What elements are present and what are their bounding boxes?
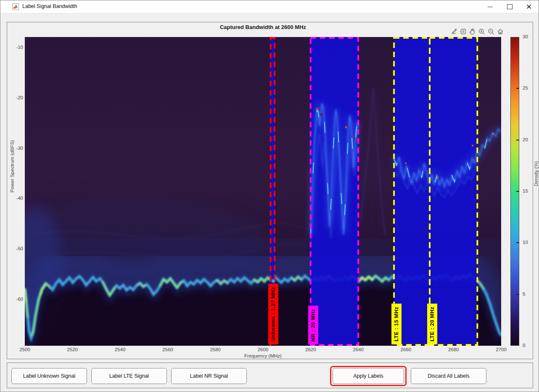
colorbar-tick-mark bbox=[516, 140, 519, 140]
colorbar-tick-label: 15 bbox=[523, 188, 535, 193]
colorbar-tick-label: 30 bbox=[523, 34, 535, 39]
colorbar-tick-label: 5 bbox=[523, 291, 535, 297]
highlight-ring bbox=[330, 366, 407, 386]
x-axis-label: Frequency (MHz) bbox=[25, 353, 501, 358]
button-panel: Label Unknown SignalLabel LTE SignalLabe… bbox=[7, 363, 533, 388]
x-tick-label: 2500 bbox=[16, 347, 34, 352]
y-tick-label: -30 bbox=[8, 146, 23, 151]
x-tick-label: 2680 bbox=[444, 347, 463, 352]
x-tick-label: 2700 bbox=[492, 347, 510, 352]
roi-region-3[interactable] bbox=[430, 38, 477, 345]
close-button[interactable]: ✕ bbox=[519, 0, 539, 13]
colorbar-tick-label: 0 bbox=[523, 343, 535, 348]
maximize-button[interactable] bbox=[500, 0, 519, 13]
x-tick-label: 2600 bbox=[254, 347, 272, 352]
plot-title: Captured Bandwidth at 2600 MHz bbox=[25, 24, 501, 30]
colorbar-tick-mark bbox=[516, 88, 519, 89]
y-axis-label: Power Spectrum (dBFS) bbox=[10, 140, 15, 241]
colorbar-tick-label: 10 bbox=[523, 240, 535, 245]
roi-label[interactable]: LTE : 20 MHz bbox=[427, 304, 437, 344]
colorbar-tick-mark bbox=[516, 294, 519, 295]
density-plot bbox=[25, 37, 501, 346]
axes-toolbar bbox=[450, 27, 505, 36]
pan-icon[interactable] bbox=[468, 27, 477, 36]
y-tick-label: -10 bbox=[8, 45, 23, 50]
y-tick-label: -20 bbox=[8, 95, 23, 100]
restore-view-icon[interactable] bbox=[496, 27, 505, 36]
y-tick-label: -50 bbox=[8, 246, 23, 251]
y-tick-label: -60 bbox=[8, 297, 23, 302]
roi-label[interactable]: NR : 20 MHz bbox=[308, 306, 318, 344]
roi-region-1[interactable] bbox=[311, 38, 358, 345]
zoom-out-icon[interactable] bbox=[487, 27, 495, 36]
minimize-icon bbox=[488, 7, 493, 7]
colorbar-tick-mark bbox=[516, 191, 519, 192]
window-title: Label Signal Bandwidth bbox=[22, 3, 77, 9]
x-tick-label: 2580 bbox=[206, 347, 225, 352]
close-icon: ✕ bbox=[526, 3, 532, 11]
spectrum-plot[interactable] bbox=[25, 37, 501, 346]
maximize-icon bbox=[507, 4, 513, 9]
zoom-in-icon[interactable] bbox=[478, 27, 486, 36]
app-window: Label Signal Bandwidth ✕ Captured Bandwi… bbox=[0, 0, 539, 392]
button-label-nr-signal[interactable]: Label NR Signal bbox=[171, 368, 247, 384]
y-tick-label: -40 bbox=[8, 196, 23, 201]
x-tick-label: 2640 bbox=[349, 347, 367, 352]
datatips-icon[interactable] bbox=[459, 27, 468, 36]
x-tick-label: 2620 bbox=[301, 347, 320, 352]
x-tick-label: 2520 bbox=[63, 347, 82, 352]
x-tick-label: 2560 bbox=[159, 347, 177, 352]
colorbar-tick-label: 20 bbox=[523, 137, 535, 142]
minimize-button[interactable] bbox=[481, 0, 500, 13]
colorbar-tick-mark bbox=[516, 242, 519, 243]
matlab-icon bbox=[12, 3, 19, 10]
title-bar: Label Signal Bandwidth ✕ bbox=[0, 0, 539, 13]
button-label-lte-signal[interactable]: Label LTE Signal bbox=[91, 368, 167, 384]
roi-label[interactable]: Unknown : 1.27 MHz bbox=[268, 284, 278, 344]
roi-label[interactable]: LTE : 15 MHz bbox=[391, 304, 402, 344]
export-icon[interactable] bbox=[450, 27, 458, 36]
colorbar-tick-label: 25 bbox=[523, 85, 535, 90]
button-discard-all-labels[interactable]: Discard All Labels bbox=[411, 368, 486, 384]
button-label-unknown-signal[interactable]: Label Unknown Signal bbox=[11, 368, 87, 384]
x-tick-label: 2660 bbox=[396, 347, 415, 352]
x-tick-label: 2540 bbox=[111, 347, 129, 352]
